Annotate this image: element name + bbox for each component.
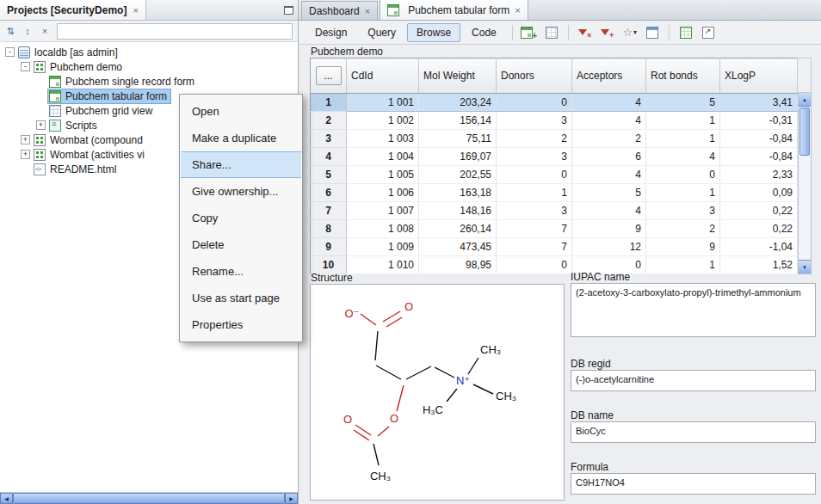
menu-item-use-as-start-page[interactable]: Use as start page xyxy=(181,285,301,311)
structure-viewer[interactable]: O⁻ O N⁺ CH₃ CH₃ H₃C O O CH₃ xyxy=(310,284,565,501)
scrollbar-thumb[interactable] xyxy=(13,493,285,504)
grid-cell[interactable]: 1 005 xyxy=(347,166,419,184)
grid-cell[interactable]: 3 xyxy=(646,202,720,220)
grid-cell[interactable]: 5 xyxy=(646,94,720,112)
grid-cell[interactable]: 12 xyxy=(572,238,646,256)
column-header-acceptors[interactable]: Acceptors xyxy=(572,58,646,94)
grid-cell[interactable]: 0,22 xyxy=(720,202,798,220)
expander-plus-icon[interactable]: + xyxy=(36,120,46,130)
scroll-left-icon[interactable]: ◀ xyxy=(0,493,13,504)
grid-cell[interactable]: 0 xyxy=(497,256,572,274)
row-header-6[interactable]: 6 xyxy=(311,184,347,202)
tab-dashboard[interactable]: Dashboard × xyxy=(301,1,378,20)
tab-pubchem-tabular-form[interactable]: Pubchem tabular form × xyxy=(380,0,528,20)
grid-cell[interactable]: 98,95 xyxy=(419,256,497,274)
grid-cell[interactable]: 1 xyxy=(497,184,572,202)
toolbar-button-query[interactable]: Query xyxy=(358,23,405,42)
grid-cell[interactable]: 148,16 xyxy=(419,202,497,220)
scroll-up-icon[interactable]: ▲ xyxy=(799,93,811,107)
menu-item-make-a-duplicate[interactable]: Make a duplicate xyxy=(181,125,301,151)
grid-cell[interactable]: -1,04 xyxy=(720,238,798,256)
column-header-cdid[interactable]: CdId xyxy=(347,58,419,94)
grid-cell[interactable]: 9 xyxy=(572,220,646,238)
tree-item-localdb-as-admin[interactable]: -localdb [as admin] xyxy=(0,45,298,59)
toolbar-button-code[interactable]: Code xyxy=(462,23,506,42)
toolbar-button-browse[interactable]: Browse xyxy=(407,23,460,42)
scroll-down-icon[interactable]: ▼ xyxy=(799,260,811,274)
close-icon[interactable]: × xyxy=(365,6,370,16)
scrollbar-thumb[interactable] xyxy=(799,108,810,156)
row-header-3[interactable]: 3 xyxy=(311,130,347,148)
grid-cell[interactable]: 1 008 xyxy=(347,220,419,238)
grid-cell[interactable]: 3 xyxy=(497,148,572,166)
grid-cell[interactable]: 0 xyxy=(497,166,572,184)
grid-cell[interactable]: 156,14 xyxy=(419,112,497,130)
data-tree-icon[interactable] xyxy=(642,23,663,42)
grid-cell[interactable]: 2,33 xyxy=(720,166,798,184)
column-header-xlogp[interactable]: XLogP xyxy=(720,58,798,94)
favorites-dropdown-icon[interactable]: ☆▾ xyxy=(620,23,640,42)
grid-cell[interactable]: 1 001 xyxy=(347,94,419,112)
grid-cell[interactable]: 3 xyxy=(497,112,572,130)
grid-cell[interactable]: 4 xyxy=(572,166,646,184)
menu-item-copy[interactable]: Copy xyxy=(181,205,301,231)
close-icon[interactable]: × xyxy=(133,5,138,15)
form-table-icon[interactable] xyxy=(541,23,562,42)
grid-cell[interactable]: 0,22 xyxy=(720,220,798,238)
grid-cell[interactable]: -0,84 xyxy=(720,130,798,148)
menu-item-share[interactable]: Share... xyxy=(181,151,301,178)
grid-cell[interactable]: 260,14 xyxy=(419,220,497,238)
tree-filter-field[interactable] xyxy=(57,23,293,40)
grid-cell[interactable]: 1 007 xyxy=(347,202,419,220)
row-header-7[interactable]: 7 xyxy=(311,202,347,220)
new-widget-icon[interactable]: + xyxy=(519,23,540,42)
row-header-8[interactable]: 8 xyxy=(311,220,347,238)
grid-cell[interactable]: 4 xyxy=(572,202,646,220)
grid-cell[interactable]: 1 009 xyxy=(347,238,419,256)
row-header-1[interactable]: 1 xyxy=(311,94,347,112)
grid-cell[interactable]: 75,11 xyxy=(419,130,497,148)
grid-cell[interactable]: 4 xyxy=(572,112,646,130)
grid-cell[interactable]: 0 xyxy=(646,166,720,184)
grid-cell[interactable]: 163,18 xyxy=(419,184,497,202)
menu-item-rename[interactable]: Rename... xyxy=(181,258,301,285)
grid-cell[interactable]: 2 xyxy=(646,220,720,238)
grid-cell[interactable]: 0,09 xyxy=(720,184,798,202)
expander-plus-icon[interactable]: + xyxy=(21,150,30,159)
grid-corner-button[interactable]: ... xyxy=(316,66,342,85)
grid-cell[interactable]: 3 xyxy=(497,202,572,220)
tree-item-pubchem-single-record-form[interactable]: Pubchem single record form xyxy=(0,74,298,89)
grid-cell[interactable]: 1 xyxy=(646,184,720,202)
grid-cell[interactable]: 2 xyxy=(497,130,572,148)
sort-type-icon[interactable]: ↕ xyxy=(20,23,35,39)
grid-cell[interactable]: 1 004 xyxy=(347,148,419,166)
grid-cell[interactable]: 1 xyxy=(646,130,720,148)
grid-cell[interactable]: 1 xyxy=(646,256,720,274)
scrollbar-track[interactable]: ▲ ▼ xyxy=(798,93,812,274)
projects-tab[interactable]: Projects [SecurityDemo] × xyxy=(0,0,146,20)
field-db-regid[interactable]: (-)o-acetylcarnitine xyxy=(571,370,816,391)
row-header-5[interactable]: 5 xyxy=(311,166,347,184)
grid-cell[interactable]: 1 006 xyxy=(347,184,419,202)
expander-plus-icon[interactable]: + xyxy=(21,135,30,144)
menu-item-properties[interactable]: Properties xyxy=(181,311,301,338)
grid-cell[interactable]: 6 xyxy=(572,148,646,166)
field-db-name[interactable]: BioCyc xyxy=(571,421,816,443)
scroll-right-icon[interactable]: ▶ xyxy=(285,493,298,504)
expander-minus-icon[interactable]: - xyxy=(5,47,15,57)
grid-cell[interactable]: 9 xyxy=(646,238,720,256)
grid-cell[interactable]: 1 xyxy=(646,112,720,130)
grid-cell[interactable]: 3,41 xyxy=(720,94,798,112)
grid-view-icon[interactable] xyxy=(676,23,696,42)
menu-item-delete[interactable]: Delete xyxy=(181,231,301,258)
close-icon[interactable]: × xyxy=(515,5,520,15)
grid-cell[interactable]: 7 xyxy=(497,220,572,238)
row-header-2[interactable]: 2 xyxy=(311,112,347,130)
field-formula[interactable]: C9H17NO4 xyxy=(571,473,816,495)
menu-item-open[interactable]: Open xyxy=(181,98,301,125)
column-header-mol-weight[interactable]: Mol Weight xyxy=(419,58,497,94)
field-iupac-name[interactable]: (2-acetoxy-3-carboxylato-propyl)-trimeth… xyxy=(571,283,816,337)
grid-cell[interactable]: -0,31 xyxy=(720,112,798,130)
grid-cell[interactable]: 203,24 xyxy=(419,94,497,112)
grid-cell[interactable]: 4 xyxy=(646,148,720,166)
